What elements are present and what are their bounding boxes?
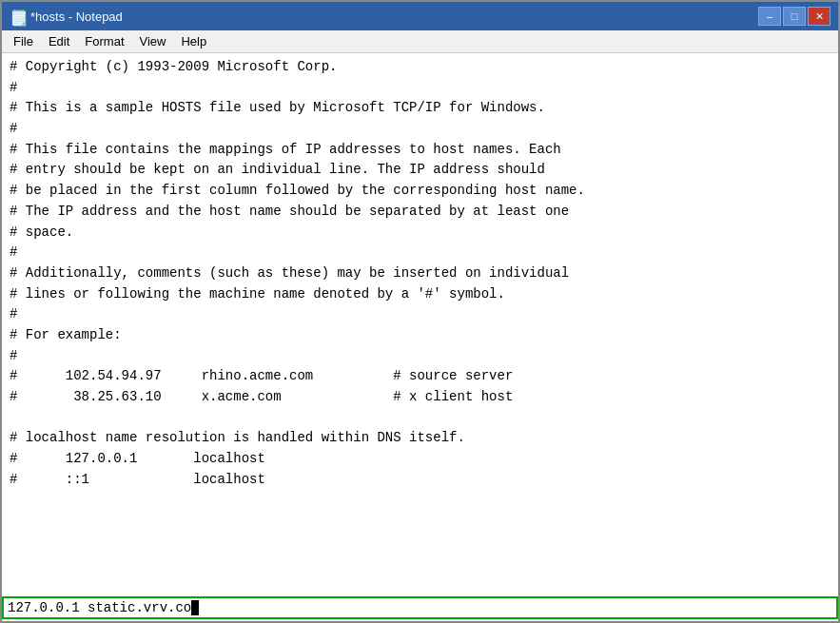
notepad-window: 🗒️ *hosts - Notepad – □ ✕ File Edit Form… (0, 0, 840, 623)
menu-format[interactable]: Format (77, 32, 131, 50)
maximize-button[interactable]: □ (783, 7, 806, 26)
title-bar: 🗒️ *hosts - Notepad – □ ✕ (2, 2, 838, 30)
menu-view[interactable]: View (132, 32, 174, 50)
window-controls: – □ ✕ (758, 7, 830, 26)
app-icon: 🗒️ (10, 9, 25, 24)
menu-file[interactable]: File (6, 32, 41, 50)
bottom-input-text: 127.0.0.1 static.vrv.co (8, 600, 191, 615)
minimize-button[interactable]: – (758, 7, 781, 26)
bottom-input-line[interactable]: 127.0.0.1 static.vrv.co (2, 596, 838, 619)
menu-edit[interactable]: Edit (41, 32, 77, 50)
close-button[interactable]: ✕ (808, 7, 830, 26)
editor-area[interactable]: # Copyright (c) 1993-2009 Microsoft Corp… (2, 53, 838, 621)
window-title: *hosts - Notepad (30, 10, 752, 24)
menu-bar: File Edit Format View Help (2, 30, 838, 53)
text-cursor (191, 600, 199, 615)
menu-help[interactable]: Help (173, 32, 214, 50)
text-editor[interactable]: # Copyright (c) 1993-2009 Microsoft Corp… (2, 53, 838, 596)
